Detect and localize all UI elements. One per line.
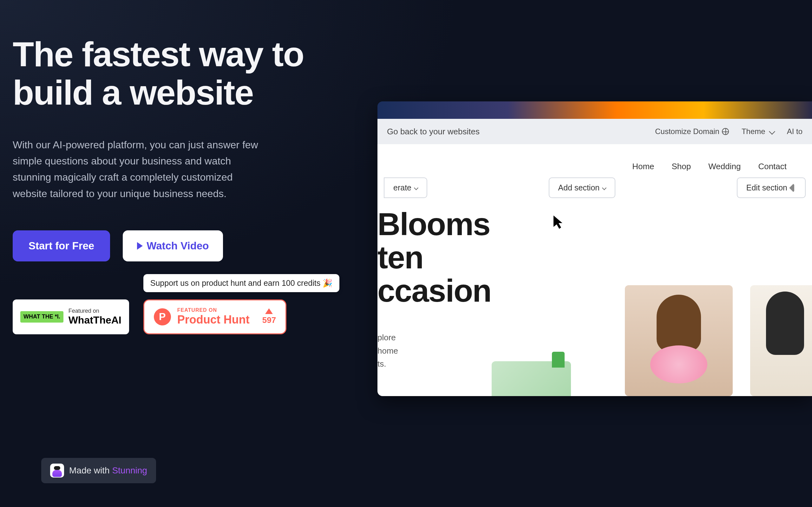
theme-label: Theme bbox=[742, 127, 765, 136]
add-section-button[interactable]: Add section bbox=[549, 177, 616, 198]
chevron-down-icon bbox=[602, 185, 606, 190]
cta-row: Start for Free Watch Video bbox=[13, 230, 330, 262]
ph-name: Product Hunt bbox=[177, 313, 250, 326]
made-with-prefix: Made with bbox=[69, 465, 112, 475]
site-hero-line3: ccasion bbox=[377, 274, 491, 307]
hero-subtitle: With our AI-powered platform, you can ju… bbox=[13, 137, 266, 202]
ai-label: AI to bbox=[787, 127, 803, 136]
preview-gradient-bar bbox=[377, 101, 812, 119]
cursor-icon bbox=[554, 216, 566, 233]
globe-icon bbox=[722, 128, 729, 135]
site-hero-line2: ten bbox=[377, 241, 491, 274]
preview-photo-1 bbox=[492, 361, 571, 396]
edit-section-label: Edit section bbox=[746, 183, 787, 192]
ph-featured-label: FEATURED ON bbox=[177, 307, 250, 313]
badges-row: WHAT THE *I. Featured on WhatTheAI Suppo… bbox=[13, 299, 330, 334]
nav-shop[interactable]: Shop bbox=[672, 162, 691, 171]
regenerate-button[interactable]: erate bbox=[384, 177, 427, 198]
add-section-label: Add section bbox=[558, 183, 600, 192]
wtai-name: WhatTheAI bbox=[68, 314, 121, 326]
nav-wedding[interactable]: Wedding bbox=[708, 162, 741, 171]
customize-domain-label: Customize Domain bbox=[655, 127, 719, 136]
made-with-stunning-badge[interactable]: Made with Stunning bbox=[41, 458, 156, 483]
edit-section-button[interactable]: Edit section bbox=[737, 177, 806, 198]
start-free-button[interactable]: Start for Free bbox=[13, 230, 110, 262]
site-hero-subtext: plore home ts. bbox=[377, 331, 398, 371]
theme-dropdown[interactable]: Theme bbox=[742, 127, 774, 136]
back-to-websites-link[interactable]: Go back to your websites bbox=[387, 127, 479, 136]
ph-vote-count: 597 bbox=[262, 315, 276, 325]
preview-body: Home Shop Wedding Contact erate Add sect… bbox=[377, 144, 812, 396]
watch-video-label: Watch Video bbox=[147, 240, 209, 252]
preview-photo-3 bbox=[750, 285, 812, 396]
wtai-featured-label: Featured on bbox=[68, 308, 121, 314]
nav-home[interactable]: Home bbox=[632, 162, 654, 171]
regenerate-label: erate bbox=[393, 183, 411, 192]
whattheai-logo-icon: WHAT THE *I. bbox=[20, 311, 63, 323]
pencil-icon bbox=[789, 184, 797, 192]
product-preview: Go back to your websites Customize Domai… bbox=[377, 101, 812, 396]
hero-title: The fastest way to build a website bbox=[13, 35, 330, 112]
site-hero-line1: Blooms bbox=[377, 208, 491, 241]
made-with-brand: Stunning bbox=[112, 465, 147, 475]
preview-photo-2 bbox=[625, 285, 733, 396]
customize-domain-button[interactable]: Customize Domain bbox=[655, 127, 729, 136]
nav-contact[interactable]: Contact bbox=[758, 162, 786, 171]
upvote-icon bbox=[265, 308, 273, 314]
preview-toolbar: Go back to your websites Customize Domai… bbox=[377, 119, 812, 144]
product-hunt-badge[interactable]: P FEATURED ON Product Hunt 597 bbox=[143, 299, 287, 334]
site-hero-heading: Blooms ten ccasion bbox=[377, 208, 491, 307]
ai-menu[interactable]: AI to bbox=[787, 127, 803, 136]
watch-video-button[interactable]: Watch Video bbox=[123, 230, 223, 262]
chevron-down-icon bbox=[769, 128, 775, 135]
whattheai-badge[interactable]: WHAT THE *I. Featured on WhatTheAI bbox=[13, 299, 129, 334]
site-nav: Home Shop Wedding Contact bbox=[632, 162, 786, 171]
chevron-down-icon bbox=[414, 185, 418, 190]
product-hunt-logo-icon: P bbox=[154, 308, 171, 326]
stunning-logo-icon bbox=[50, 464, 64, 477]
product-hunt-tooltip: Support us on product hunt and earn 100 … bbox=[143, 274, 339, 292]
play-icon bbox=[137, 242, 143, 250]
